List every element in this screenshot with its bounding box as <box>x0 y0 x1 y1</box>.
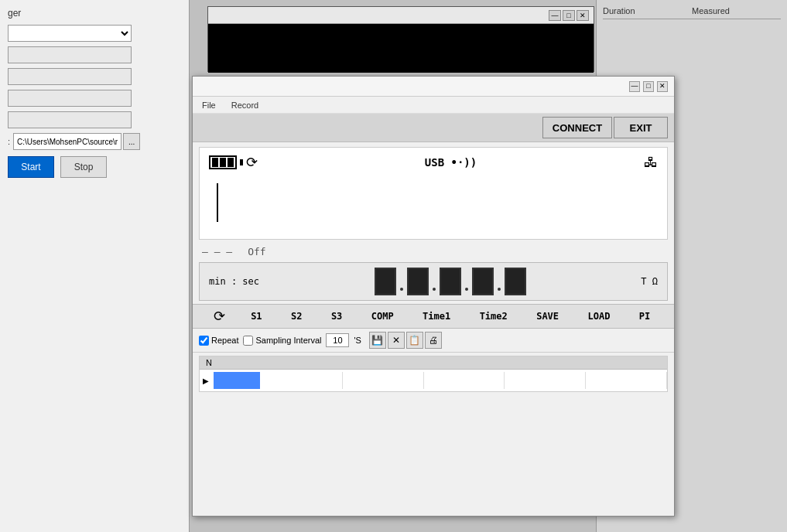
load-button[interactable]: LOAD <box>585 309 614 323</box>
sampling-bar: Repeat Sampling Interval 'S 💾 ✕ 📋 🖨 <box>193 329 674 353</box>
highlighted-cell <box>214 372 260 389</box>
close-button[interactable]: ✕ <box>657 81 668 92</box>
data-table-header: N <box>200 356 667 370</box>
dashes-row: — — — Off <box>193 244 674 259</box>
dialog-toolbar: CONNECT EXIT <box>193 114 674 142</box>
power-icon: ⟳ <box>246 154 258 171</box>
input-field-4[interactable] <box>8 111 132 128</box>
input-field-3[interactable] <box>8 90 132 107</box>
repeat-checkbox[interactable] <box>199 336 209 346</box>
interval-checkbox[interactable] <box>243 336 253 346</box>
seg-digit-5 <box>505 268 526 295</box>
maximize-button[interactable]: □ <box>643 81 654 92</box>
save-button[interactable]: SAVE <box>533 309 562 323</box>
data-table-area: N ▶ <box>199 356 668 392</box>
back-win-controls: — □ ✕ <box>549 10 589 21</box>
battery-tip <box>240 159 243 165</box>
dialog-menu-bar: File Record <box>193 97 674 114</box>
data-table-body: ▶ <box>200 370 667 391</box>
stop-button[interactable]: Stop <box>60 156 107 178</box>
back-window-titlebar: — □ ✕ <box>208 7 594 24</box>
measured-col: Measured <box>692 6 781 15</box>
network-icon: 🖧 <box>644 155 658 171</box>
pi-button[interactable]: PI <box>636 309 653 323</box>
connect-button[interactable]: CONNECT <box>542 117 612 138</box>
time-label: min : sec <box>209 276 259 287</box>
cursor-area <box>209 176 658 230</box>
duration-col: Duration <box>603 6 692 15</box>
seg-dot-1 <box>400 288 403 291</box>
refresh-icon[interactable]: ⟳ <box>214 308 225 325</box>
s2-button[interactable]: S2 <box>288 309 305 323</box>
back-maximize-btn[interactable]: □ <box>563 10 575 21</box>
dash-text-1: — — — <box>202 246 232 257</box>
input-field-2[interactable] <box>8 68 132 85</box>
seg-digit-3 <box>440 268 461 295</box>
s3-button[interactable]: S3 <box>328 309 345 323</box>
minimize-button[interactable]: — <box>629 81 640 92</box>
empty-cell-2 <box>343 372 424 389</box>
seg-digit-2 <box>407 268 429 295</box>
path-input[interactable] <box>13 133 121 150</box>
battery-indicator: ⟳ <box>209 154 258 171</box>
s1-button[interactable]: S1 <box>248 309 265 323</box>
battery-cell-1 <box>212 158 218 167</box>
back-window-content <box>208 24 594 73</box>
usb-label: USB •·)) <box>425 156 477 169</box>
app-title: ger <box>8 8 181 19</box>
start-button[interactable]: Start <box>8 156 54 178</box>
back-close-btn[interactable]: ✕ <box>577 10 589 21</box>
seg-dot-2 <box>433 288 436 291</box>
time1-button[interactable]: Time1 <box>419 309 453 323</box>
clear-icon-btn[interactable]: ✕ <box>388 332 405 349</box>
menu-record[interactable]: Record <box>228 101 262 110</box>
battery-body <box>209 155 237 169</box>
repeat-label: Repeat <box>211 336 238 345</box>
seg-dot-4 <box>498 288 501 291</box>
time2-button[interactable]: Time2 <box>477 309 511 323</box>
print-icon-btn[interactable]: 🖨 <box>425 332 442 349</box>
bottom-controls: ⟳ S1 S2 S3 COMP Time1 Time2 SAVE LOAD PI <box>193 304 674 329</box>
digit-display-area: min : sec T Ω <box>199 262 668 301</box>
right-table-header: Duration Measured <box>603 6 781 19</box>
meter-display: ⟳ USB •·)) 🖧 <box>199 147 668 240</box>
interval-input[interactable] <box>326 333 349 347</box>
browse-button[interactable]: ... <box>123 133 140 150</box>
seven-seg-display <box>375 268 526 295</box>
interval-unit: 'S <box>354 336 361 345</box>
action-buttons: Start Stop <box>8 156 181 178</box>
menu-file[interactable]: File <box>199 101 219 110</box>
interval-checkbox-group: Sampling Interval <box>243 336 321 346</box>
input-field-1[interactable] <box>8 46 132 63</box>
n-column-header: N <box>206 358 212 367</box>
empty-cell-5 <box>586 372 667 389</box>
seg-dot-3 <box>465 288 468 291</box>
window-controls: — □ ✕ <box>629 81 668 92</box>
cursor-line <box>217 183 218 222</box>
left-panel: ger : ... Start Stop <box>0 0 190 532</box>
save-icon-btn[interactable]: 💾 <box>369 332 386 349</box>
back-minimize-btn[interactable]: — <box>549 10 561 21</box>
seg-digit-1 <box>375 268 396 295</box>
empty-cell-1 <box>262 372 343 389</box>
empty-cell-4 <box>505 372 586 389</box>
seg-digit-4 <box>472 268 494 295</box>
main-dropdown[interactable] <box>8 25 132 42</box>
row-arrow: ▶ <box>200 377 212 385</box>
empty-cell-3 <box>424 372 505 389</box>
meter-top-row: ⟳ USB •·)) 🖧 <box>209 154 658 171</box>
battery-cell-2 <box>220 158 226 167</box>
icon-toolbar: 💾 ✕ 📋 🖨 <box>369 332 442 349</box>
dialog-title-bar: — □ ✕ <box>193 77 674 97</box>
omega-label: T Ω <box>641 276 658 287</box>
copy-icon-btn[interactable]: 📋 <box>406 332 423 349</box>
path-label: : <box>8 137 10 146</box>
exit-button[interactable]: EXIT <box>614 117 668 138</box>
battery-cell-3 <box>228 158 234 167</box>
comp-button[interactable]: COMP <box>368 309 397 323</box>
back-window: — □ ✕ <box>207 6 594 72</box>
path-row: : ... <box>8 133 181 150</box>
main-dialog: — □ ✕ File Record CONNECT EXIT ⟳ <box>192 76 675 517</box>
repeat-checkbox-group: Repeat <box>199 336 238 346</box>
sampling-interval-label: Sampling Interval <box>255 336 321 345</box>
